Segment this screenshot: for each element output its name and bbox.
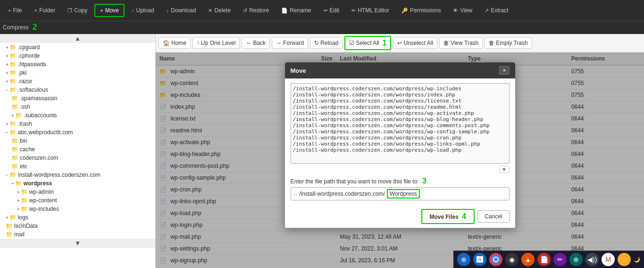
sidebar-label: wp-admin	[29, 189, 54, 195]
move-path-row: ⌂ /install-wordpress.coderszen.com/ Word…	[291, 187, 510, 200]
sidebar-item-wordpress[interactable]: − 📁 wordpress	[0, 179, 155, 188]
expand-icon: +	[6, 53, 8, 59]
sidebar-item-trash[interactable]: + 📁 .trash	[0, 120, 155, 128]
main-toolbar: + File + Folder ❐ Copy + Move ↑ Upload ↓…	[0, 0, 644, 21]
expand-icon: +	[17, 190, 20, 195]
sidebar-item-cache[interactable]: 📁 cache	[0, 145, 155, 154]
sidebar-item-wp-admin[interactable]: + 📁 wp-admin	[0, 188, 155, 196]
sidebar-item-install-wordpress[interactable]: − 📁 install-wordpress.coderszen.com	[0, 171, 155, 179]
sidebar-item-subaccounts[interactable]: + 📁 .subaccounts	[0, 111, 155, 120]
folder-icon: 📁	[9, 129, 17, 136]
cancel-button[interactable]: Cancel	[477, 210, 509, 223]
file-button[interactable]: + File	[3, 4, 27, 17]
sidebar-item-htpasswds[interactable]: + 📁 .htpasswds	[0, 60, 155, 69]
sidebar-scroll-up[interactable]: ▲	[0, 34, 155, 43]
sidebar-item-coderszen[interactable]: 📁 coderszen.com	[0, 154, 155, 162]
taskbar-icon-a[interactable]: 🅰	[473, 253, 486, 266]
taskbar-icon-pen[interactable]: ✏	[553, 253, 567, 266]
extract-button[interactable]: ↗ Extract	[479, 4, 513, 17]
move-dialog-path-label: Enter the file path that you want to mov…	[291, 177, 510, 185]
sidebar-item-pki[interactable]: + 📁 .pki	[0, 69, 155, 77]
move-dialog-footer: Move Files 4 Cancel	[285, 205, 515, 228]
move-file-list[interactable]	[291, 83, 510, 164]
taskbar-icon-pdf[interactable]: 📄	[537, 253, 551, 266]
rename-button[interactable]: 📄 Rename	[276, 4, 316, 17]
back-button[interactable]: ← Back	[242, 37, 270, 49]
sidebar-scroll-down[interactable]: ▼	[0, 239, 155, 248]
sidebar-item-spamassassin[interactable]: 📁 .spamassassin	[0, 94, 155, 103]
sidebar-item-abc[interactable]: − 📁 abc.webproductit.com	[0, 128, 155, 137]
taskbar-icon-chrome[interactable]	[489, 253, 502, 266]
collapse-icon: −	[6, 173, 8, 178]
sidebar-item-softaculous[interactable]: − 📁 .softaculous	[0, 86, 155, 94]
list-scroll-down[interactable]: ▼	[499, 166, 510, 173]
view-trash-button[interactable]: 🗑 View Trash	[439, 37, 483, 49]
taskbar-icon-terminal[interactable]: ◉	[505, 253, 519, 266]
delete-button[interactable]: ✕ Delete	[203, 4, 236, 17]
sidebar-item-cpguard[interactable]: + 📁 .cpguard	[0, 43, 155, 52]
sidebar-item-ssh[interactable]: 📁 .ssh	[0, 103, 155, 111]
copy-icon: ❐	[67, 8, 72, 14]
taskbar-icon-star[interactable]: ☆	[618, 253, 631, 266]
empty-trash-button[interactable]: 🗑 Empty Trash	[485, 37, 532, 49]
permissions-icon: 🔑	[401, 8, 408, 14]
taskbar-icon-settings[interactable]: ⊕	[569, 253, 583, 266]
nav-bar: 🏠 Home ↑ Up One Level ← Back → Forward ↻…	[156, 34, 644, 52]
expand-icon: +	[6, 45, 8, 50]
folder-button[interactable]: + Folder	[29, 4, 60, 17]
upload-button[interactable]: ↑ Upload	[126, 4, 159, 17]
edit-button[interactable]: ✏ Edit	[318, 4, 345, 17]
folder-icon: 📁	[15, 180, 22, 187]
move-files-button[interactable]: Move Files 4	[421, 209, 475, 224]
sidebar-item-bin[interactable]: 📁 bin	[0, 137, 155, 145]
folder-icon: 📁	[21, 206, 28, 212]
move-dialog-overlay: Move × ▼ Enter the file path that you wa…	[156, 52, 644, 268]
empty-trash-icon: 🗑	[489, 40, 494, 46]
move-icon: +	[100, 8, 103, 13]
taskbar-icon-volume[interactable]: ◀))	[585, 253, 599, 266]
home-button[interactable]: 🏠 Home	[159, 37, 191, 49]
expand-icon: +	[6, 62, 8, 67]
taskbar-icon-gmail[interactable]: M	[602, 253, 615, 266]
sidebar-label: .cphorde	[18, 52, 40, 59]
up-one-level-button[interactable]: ↑ Up One Level	[192, 37, 240, 49]
download-button[interactable]: ↓ Download	[161, 4, 201, 17]
sidebar-item-mail[interactable]: 📁 mail	[0, 230, 155, 239]
permissions-button[interactable]: 🔑 Permissions	[396, 4, 446, 17]
sidebar-item-lscmdata[interactable]: 📁 lscmData	[0, 222, 155, 230]
sidebar-item-cphorde[interactable]: + 📁 .cphorde	[0, 52, 155, 60]
sidebar-item-wp-includes[interactable]: + 📁 wp-includes	[0, 205, 155, 213]
sidebar[interactable]: ▲ + 📁 .cpguard + 📁 .cphorde + 📁 .htpassw…	[0, 34, 156, 268]
unselect-all-button[interactable]: ↩ Unselect All	[393, 37, 437, 49]
sidebar-label: wordpress	[24, 180, 52, 187]
sidebar-label: .htpasswds	[18, 61, 46, 68]
sidebar-item-razor[interactable]: + 📁 .razor	[0, 77, 155, 86]
sidebar-item-etc[interactable]: 📁 etc	[0, 162, 155, 171]
move-dialog-close-button[interactable]: ×	[499, 66, 509, 75]
move-button[interactable]: + Move	[94, 4, 125, 17]
back-icon: ←	[246, 40, 251, 46]
sidebar-label: .softaculous	[18, 86, 48, 93]
select-all-button[interactable]: ☑ Select All 1	[344, 36, 391, 50]
sidebar-label: etc	[20, 163, 27, 170]
expand-icon: +	[17, 198, 20, 203]
taskbar-time: 🌙	[634, 257, 640, 263]
taskbar-icon-fox[interactable]: ▲	[521, 253, 535, 266]
forward-icon: →	[276, 40, 282, 46]
folder-icon: 📁	[9, 86, 17, 93]
folder-icon: 📁	[9, 44, 17, 51]
sidebar-item-wp-content[interactable]: + 📁 wp-content	[0, 196, 155, 205]
restore-button[interactable]: ↺ Restore	[238, 4, 274, 17]
folder-icon: 📁	[11, 95, 18, 102]
copy-button[interactable]: ❐ Copy	[62, 4, 92, 17]
sidebar-item-logs[interactable]: + 📁 logs	[0, 213, 155, 222]
folder-icon: 📁	[9, 78, 17, 85]
taskbar-icon-accessibility[interactable]: ⊕	[457, 253, 470, 266]
forward-button[interactable]: → Forward	[272, 37, 308, 49]
view-button[interactable]: 👁 View	[448, 4, 477, 17]
sidebar-label: abc.webproductit.com	[18, 129, 73, 136]
reload-button[interactable]: ↻ Reload	[310, 37, 343, 49]
html-editor-button[interactable]: ✏ HTML Editor	[346, 4, 394, 17]
plus-icon: +	[8, 8, 11, 13]
delete-icon: ✕	[208, 8, 212, 14]
